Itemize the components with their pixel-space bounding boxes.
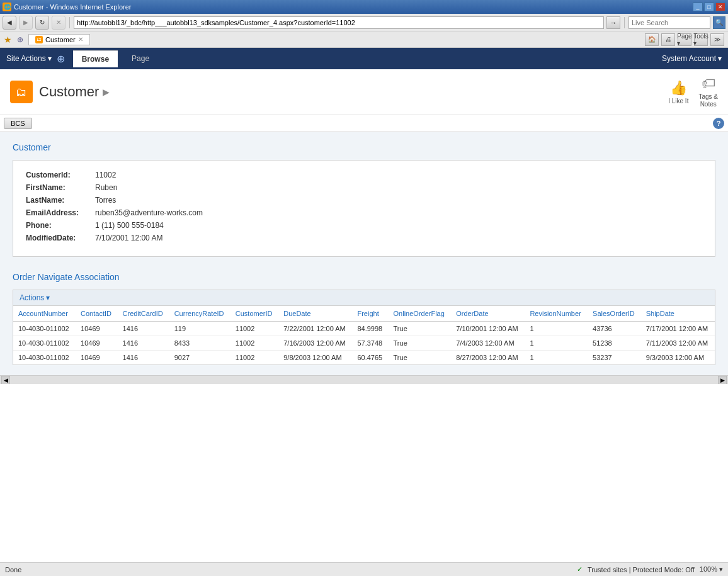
horizontal-scrollbar[interactable]: ◀ ▶ <box>0 375 728 384</box>
cell-creditcardid: 1416 <box>118 322 169 336</box>
title-bar: 🌐 Customer - Windows Internet Explorer _… <box>0 0 728 14</box>
page-title-right: 👍 I Like It 🏷 Tags & Notes <box>668 76 718 108</box>
cell-onlineorderflag: True <box>389 322 452 336</box>
bcs-button[interactable]: BCS <box>4 118 32 129</box>
command-button[interactable]: ≫ <box>710 33 724 46</box>
table-header-row: AccountNumber ContactID CreditCardID Cur… <box>13 306 715 322</box>
bcs-bar: BCS ? <box>0 115 728 132</box>
minimize-button[interactable]: _ <box>693 3 703 11</box>
home-button[interactable]: 🏠 <box>645 33 659 46</box>
refresh-button[interactable]: ↻ <box>35 16 49 30</box>
stop-button[interactable]: ✕ <box>52 16 65 30</box>
cell-customerid: 11002 <box>230 336 278 351</box>
col-credit-card-id: CreditCardID <box>118 306 169 322</box>
actions-arrow-icon: ▾ <box>46 293 50 302</box>
field-customer-id: CustomerId: 11002 <box>26 171 702 179</box>
page-title: Customer ▶ <box>39 84 110 100</box>
tools-button[interactable]: Tools ▾ <box>694 33 708 46</box>
cell-freight: 57.3748 <box>352 336 388 351</box>
add-page-icon[interactable]: ⊕ <box>57 53 68 64</box>
address-bar: ◀ ▶ ↻ ✕ → 🔍 <box>0 14 728 31</box>
tab-browse[interactable]: Browse <box>73 50 118 67</box>
page-button[interactable]: Page ▾ <box>678 33 691 46</box>
favorites-tab-close[interactable]: ✕ <box>78 36 83 43</box>
tags-icon: 🏷 <box>702 76 715 92</box>
go-button[interactable]: → <box>606 16 620 29</box>
favorites-star-icon[interactable]: ★ <box>4 35 12 45</box>
actions-button[interactable]: Actions ▾ <box>20 293 50 302</box>
col-customer-id: CustomerID <box>230 306 278 322</box>
col-contact-id: ContactID <box>76 306 117 322</box>
col-order-date: OrderDate <box>451 306 525 322</box>
site-actions-arrow-icon: ▾ <box>48 54 52 63</box>
maximize-button[interactable]: □ <box>704 3 714 11</box>
field-phone: Phone: 1 (11) 500 555-0184 <box>26 221 702 230</box>
like-it-button[interactable]: 👍 I Like It <box>668 80 688 104</box>
add-favorites-icon[interactable]: ⊕ <box>17 35 23 44</box>
col-sales-order-id: SalesOrderID <box>588 306 641 322</box>
field-email: EmailAddress: ruben35@adventure-works.co… <box>26 208 702 217</box>
table-row: 10-4030-0110021046914168433110027/16/200… <box>13 336 715 351</box>
cell-currencyrateid: 9027 <box>169 351 230 365</box>
cell-currencyrateid: 119 <box>169 322 230 336</box>
page-title-area: 🗂 Customer ▶ 👍 I Like It 🏷 Tags & Notes <box>0 69 728 115</box>
print-button[interactable]: 🖨 <box>661 33 675 46</box>
cell-customerid: 11002 <box>230 322 278 336</box>
favorites-bar: ★ ⊕ 🗂 Customer ✕ 🏠 🖨 Page ▾ Tools ▾ ≫ <box>0 31 728 48</box>
col-ship-date: ShipDate <box>641 306 715 322</box>
col-account-number: AccountNumber <box>13 306 76 322</box>
cell-revisionnumber: 1 <box>525 336 588 351</box>
horizontal-scroll-track[interactable] <box>10 377 718 383</box>
cell-contactid: 10469 <box>76 336 117 351</box>
cell-creditcardid: 1416 <box>118 336 169 351</box>
cell-accountnumber: 10-4030-011002 <box>13 322 76 336</box>
cell-shipdate: 9/3/2003 12:00 AM <box>641 351 715 365</box>
address-input[interactable] <box>74 16 604 29</box>
cell-orderdate: 7/4/2003 12:00 AM <box>451 336 525 351</box>
association-section-title: Order Navigate Association <box>13 272 715 282</box>
orders-table: AccountNumber ContactID CreditCardID Cur… <box>13 306 715 364</box>
favorites-right: 🏠 🖨 Page ▾ Tools ▾ ≫ <box>645 33 724 46</box>
cell-freight: 84.9998 <box>352 322 388 336</box>
help-button[interactable]: ? <box>713 118 724 129</box>
forward-button[interactable]: ▶ <box>19 16 33 30</box>
cell-revisionnumber: 1 <box>525 351 588 365</box>
customer-card: CustomerId: 11002 FirstName: Ruben LastN… <box>13 160 715 257</box>
cell-revisionnumber: 1 <box>525 322 588 336</box>
site-actions-menu[interactable]: Site Actions ▾ <box>6 54 52 63</box>
search-input[interactable] <box>628 16 710 29</box>
col-revision-number: RevisionNumber <box>525 306 588 322</box>
cell-contactid: 10469 <box>76 322 117 336</box>
sp-nav-left: Site Actions ▾ ⊕ Browse Page <box>6 50 158 67</box>
cell-shipdate: 7/17/2001 12:00 AM <box>641 322 715 336</box>
page-title-left: 🗂 Customer ▶ <box>10 81 110 103</box>
cell-shipdate: 7/11/2003 12:00 AM <box>641 336 715 351</box>
cell-onlineorderflag: True <box>389 336 452 351</box>
tags-notes-button[interactable]: 🏷 Tags & Notes <box>698 76 718 108</box>
page-entity-icon: 🗂 <box>10 81 33 103</box>
like-icon: 👍 <box>670 80 687 96</box>
favorites-tab[interactable]: 🗂 Customer ✕ <box>28 34 90 45</box>
cell-currencyrateid: 8433 <box>169 336 230 351</box>
col-freight: Freight <box>352 306 388 322</box>
cell-accountnumber: 10-4030-011002 <box>13 336 76 351</box>
association-card: Actions ▾ AccountNumber ContactID Credit… <box>13 290 715 365</box>
cell-orderdate: 8/27/2003 12:00 AM <box>451 351 525 365</box>
sharepoint-header: Site Actions ▾ ⊕ Browse Page System Acco… <box>0 48 728 69</box>
scroll-right-button[interactable]: ▶ <box>718 376 727 385</box>
window-controls[interactable]: _ □ ✕ <box>693 3 725 11</box>
sp-user-menu[interactable]: System Account ▾ <box>662 54 722 63</box>
tab-page[interactable]: Page <box>123 50 158 67</box>
app-icon: 🌐 <box>3 3 11 11</box>
main-content: Customer CustomerId: 11002 FirstName: Ru… <box>0 132 728 375</box>
cell-customerid: 11002 <box>230 351 278 365</box>
close-button[interactable]: ✕ <box>715 3 725 11</box>
scroll-left-button[interactable]: ◀ <box>1 376 10 385</box>
favorites-tab-label: Customer <box>45 36 76 43</box>
cell-salesorderid: 51238 <box>588 336 641 351</box>
table-row: 10-4030-0110021046914169027110029/8/2003… <box>13 351 715 365</box>
search-go-button[interactable]: 🔍 <box>713 16 725 29</box>
cell-duedate: 9/8/2003 12:00 AM <box>278 351 352 365</box>
back-button[interactable]: ◀ <box>3 16 16 30</box>
cell-duedate: 7/16/2003 12:00 AM <box>278 336 352 351</box>
